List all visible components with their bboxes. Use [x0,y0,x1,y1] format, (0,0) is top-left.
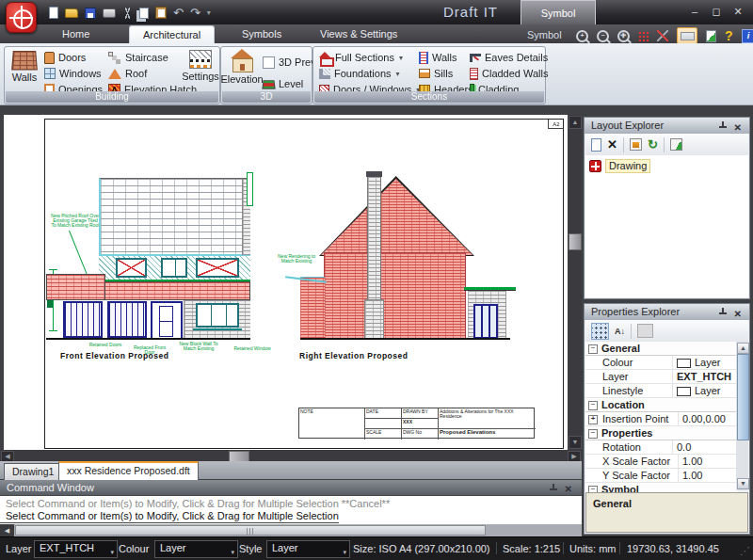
snap-grid-icon[interactable] [638,31,649,41]
chimney-breast[interactable] [364,299,384,339]
garage-roof-band[interactable] [46,274,105,300]
garage-door-1[interactable] [63,301,103,338]
export-layout-icon[interactable] [670,138,682,151]
resize-grip[interactable]: ⋰ [740,545,750,557]
zoom-in-icon[interactable]: + [576,30,588,42]
ground-window[interactable] [196,303,239,328]
full-sections-button[interactable]: Full Sections▾ [319,50,403,65]
upper-window-3[interactable] [196,258,239,278]
style-dropdown[interactable]: Layer▾ [266,540,350,558]
import-layout-icon[interactable] [630,138,642,151]
pin-icon[interactable] [549,484,557,492]
command-hscrollbar[interactable]: ◀ [0,524,582,536]
canvas-vscrollbar[interactable]: ▲ ▼ [568,115,582,450]
scroll-up-icon[interactable]: ▲ [737,343,749,354]
garage-door-2[interactable] [107,301,147,338]
context-tab-symbol[interactable]: Symbol [521,0,596,24]
paste-icon[interactable] [155,7,167,19]
checkbox-icon[interactable] [263,56,275,69]
layout-item-label[interactable]: Drawing [605,159,650,173]
colour-dropdown[interactable]: Layer▾ [154,540,238,558]
layer-dropdown[interactable]: EXT_HTCH▾ [34,540,118,558]
group-row-properties[interactable]: −Properties [585,426,738,440]
downpipe[interactable] [247,172,253,206]
minimize-button[interactable]: – [687,7,702,18]
extension-door[interactable] [473,304,498,339]
annotation-render[interactable]: New Rendering to Match Existing [275,254,318,264]
layout-explorer-titlebar[interactable]: Layout Explorer ✕ [585,118,749,134]
elevation-button[interactable]: Elevation [223,49,261,85]
prop-row-layer[interactable]: LayerEXT_HTCH [585,370,738,384]
doors-button[interactable]: Doors [44,50,86,65]
title-block[interactable]: NOTE DATE DRAWN BY XXX Additions & Alter… [298,408,535,439]
help-icon[interactable]: ? [725,29,733,42]
prop-row-yscale[interactable]: Y Scale Factor1.00 [585,469,738,483]
undo-icon[interactable]: ↶ [173,7,184,19]
right-side-wall[interactable] [300,277,325,339]
tab-architectural[interactable]: Architectural [129,25,215,43]
command-window-titlebar[interactable]: Command Window ✕ [0,480,582,495]
tab-views-settings[interactable]: Views & Settings [307,25,410,43]
qat-overflow-icon[interactable]: ▾ [207,8,211,17]
application-menu-button[interactable] [6,2,37,33]
refresh-layout-icon[interactable]: ↻ [648,138,658,151]
doc-tab-drawing1[interactable]: Drawing1 [4,463,62,480]
level-button[interactable]: Level [263,76,303,91]
new-layout-icon[interactable] [591,138,601,152]
info-icon[interactable]: i [742,29,753,43]
sills-button[interactable]: Sills [419,66,453,81]
ground-line-right[interactable] [300,338,510,340]
scroll-down-icon[interactable]: ▼ [737,478,749,489]
layout-list[interactable]: Drawing [585,155,748,297]
cut-icon[interactable] [122,8,133,19]
prop-row-rotation[interactable]: Rotation0.0 [585,440,738,455]
pin-icon[interactable] [718,308,727,316]
categorized-view-icon[interactable] [591,323,609,340]
prop-row-xscale[interactable]: X Scale Factor1.00 [585,455,738,469]
upper-window-1[interactable] [116,258,147,278]
foundations-button[interactable]: Foundations▾ [319,66,400,81]
chimney[interactable] [367,177,381,299]
cladded-walls-button[interactable]: Cladded Walls [470,66,549,81]
redo-icon[interactable]: ↷ [190,7,200,19]
prop-row-linestyle[interactable]: LinestyleLayer [585,384,738,398]
property-pages-icon[interactable] [637,324,653,338]
annotation-doors[interactable]: Retained Doors [87,343,124,347]
scroll-down-icon[interactable]: ▼ [569,436,582,449]
front-elevation-label[interactable]: Front Elevation Proposed [60,351,168,360]
alphabetical-sort-icon[interactable]: A↓ [615,327,625,336]
properties-scroll-thumb[interactable] [737,354,749,440]
copy-icon[interactable] [139,8,149,19]
annotation-block-wall[interactable]: New Block Wall To Match Existing [179,342,218,351]
close-button[interactable]: ✕ [730,7,745,18]
draw-line-icon[interactable] [657,30,668,41]
export-icon[interactable] [706,30,716,42]
gable-roof[interactable] [321,179,473,255]
annotation-window[interactable]: Retained Window [232,346,273,351]
prop-row-colour[interactable]: ColourLayer [585,356,738,370]
eaves-details-button[interactable]: Eaves Details [470,50,548,65]
linestyle-swatch[interactable] [677,387,691,396]
drawing-sheet[interactable]: A2 New Pitched Roof Over Existing Garage… [44,119,564,449]
maximize-button[interactable]: ◻ [709,7,724,18]
right-elevation-label[interactable]: Right Elevation Proposed [299,351,408,360]
prop-row-insertion[interactable]: +Insertion Point0.00,0.00 [585,412,738,426]
section-walls-button[interactable]: Walls [419,50,457,65]
zoom-out-icon[interactable]: − [597,30,609,42]
sketch-mode-icon[interactable] [677,27,697,44]
zoom-extents-icon[interactable]: ✚ [617,30,630,42]
walls-button[interactable]: Walls [8,50,40,83]
properties-explorer-titlebar[interactable]: Properties Explorer ✕ [585,304,749,320]
roof-button[interactable]: Roof [108,66,147,81]
settings-button[interactable]: Settings [184,50,217,82]
group-row-location[interactable]: −Location [585,398,738,412]
command-scroll-thumb[interactable] [15,525,486,536]
scroll-up-icon[interactable]: ▲ [569,116,582,129]
delete-layout-icon[interactable]: ✕ [607,138,617,151]
tab-home[interactable]: Home [49,25,103,43]
open-icon[interactable] [65,8,78,18]
command-window-body[interactable]: Select Command or Item(s) to Modify, Cli… [0,495,582,524]
front-roof[interactable] [99,178,250,255]
right-wall[interactable] [324,252,466,339]
flat-roof-band[interactable] [104,281,250,300]
